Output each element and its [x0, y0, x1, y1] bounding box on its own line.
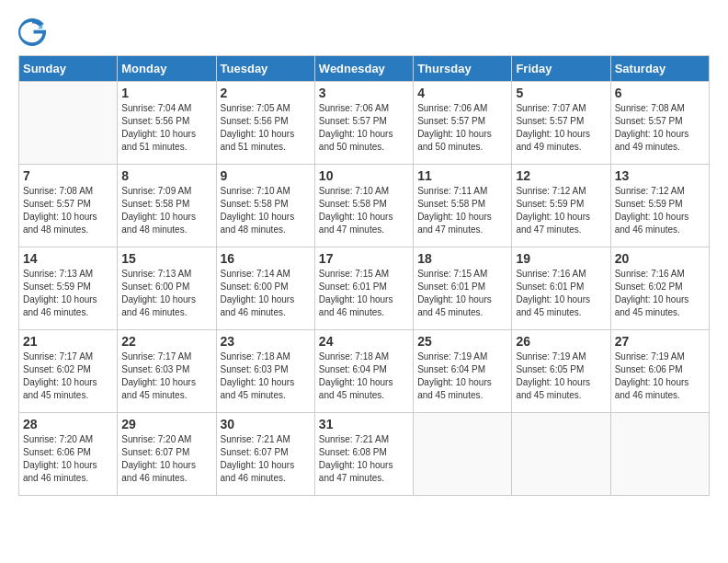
day-info: Sunrise: 7:17 AM Sunset: 6:02 PM Dayligh… — [23, 350, 113, 402]
day-number: 6 — [615, 86, 705, 100]
day-number: 23 — [221, 334, 311, 349]
day-info: Sunrise: 7:14 AM Sunset: 6:00 PM Dayligh… — [221, 268, 311, 319]
day-number: 16 — [221, 251, 311, 266]
calendar-cell: 7Sunrise: 7:08 AM Sunset: 5:57 PM Daylig… — [19, 165, 118, 247]
day-number: 7 — [23, 168, 113, 183]
day-number: 1 — [121, 86, 211, 100]
day-info: Sunrise: 7:20 AM Sunset: 6:07 PM Dayligh… — [121, 433, 211, 485]
day-info: Sunrise: 7:13 AM Sunset: 6:00 PM Dayligh… — [121, 268, 211, 319]
day-header-sunday: Sunday — [19, 56, 118, 82]
day-info: Sunrise: 7:11 AM Sunset: 5:58 PM Dayligh… — [417, 185, 507, 236]
calendar-cell: 16Sunrise: 7:14 AM Sunset: 6:00 PM Dayli… — [216, 247, 314, 330]
day-number: 11 — [417, 168, 507, 183]
calendar-cell: 17Sunrise: 7:15 AM Sunset: 6:01 PM Dayli… — [314, 247, 413, 330]
calendar-cell: 8Sunrise: 7:09 AM Sunset: 5:58 PM Daylig… — [118, 165, 216, 247]
day-info: Sunrise: 7:12 AM Sunset: 5:59 PM Dayligh… — [516, 185, 606, 236]
day-number: 3 — [319, 86, 409, 100]
calendar-cell: 3Sunrise: 7:06 AM Sunset: 5:57 PM Daylig… — [314, 82, 413, 165]
calendar-cell: 15Sunrise: 7:13 AM Sunset: 6:00 PM Dayli… — [118, 247, 216, 330]
day-number: 12 — [516, 168, 606, 183]
calendar-cell: 18Sunrise: 7:15 AM Sunset: 6:01 PM Dayli… — [414, 247, 512, 330]
day-number: 19 — [516, 251, 606, 266]
day-number: 14 — [23, 251, 113, 266]
day-number: 27 — [615, 334, 705, 349]
calendar-cell: 26Sunrise: 7:19 AM Sunset: 6:05 PM Dayli… — [512, 330, 610, 413]
calendar-cell: 23Sunrise: 7:18 AM Sunset: 6:03 PM Dayli… — [216, 330, 314, 413]
calendar-cell: 24Sunrise: 7:18 AM Sunset: 6:04 PM Dayli… — [314, 330, 413, 413]
day-info: Sunrise: 7:06 AM Sunset: 5:57 PM Dayligh… — [417, 102, 507, 154]
day-info: Sunrise: 7:15 AM Sunset: 6:01 PM Dayligh… — [417, 268, 507, 319]
day-info: Sunrise: 7:21 AM Sunset: 6:08 PM Dayligh… — [319, 433, 409, 485]
calendar-cell: 25Sunrise: 7:19 AM Sunset: 6:04 PM Dayli… — [414, 330, 512, 413]
day-number: 15 — [121, 251, 211, 266]
day-number: 21 — [23, 334, 113, 349]
day-info: Sunrise: 7:15 AM Sunset: 6:01 PM Dayligh… — [319, 268, 409, 319]
day-number: 24 — [319, 334, 409, 349]
day-info: Sunrise: 7:05 AM Sunset: 5:56 PM Dayligh… — [221, 102, 311, 154]
calendar-cell: 27Sunrise: 7:19 AM Sunset: 6:06 PM Dayli… — [610, 330, 709, 413]
logo — [18, 18, 48, 46]
calendar-cell: 31Sunrise: 7:21 AM Sunset: 6:08 PM Dayli… — [314, 413, 413, 496]
calendar-cell: 5Sunrise: 7:07 AM Sunset: 5:57 PM Daylig… — [512, 82, 610, 165]
calendar-cell — [414, 413, 512, 496]
day-info: Sunrise: 7:13 AM Sunset: 5:59 PM Dayligh… — [23, 268, 113, 319]
day-info: Sunrise: 7:19 AM Sunset: 6:05 PM Dayligh… — [516, 350, 606, 402]
day-info: Sunrise: 7:07 AM Sunset: 5:57 PM Dayligh… — [516, 102, 606, 154]
day-number: 28 — [23, 417, 113, 431]
day-number: 8 — [121, 168, 211, 183]
calendar-cell: 9Sunrise: 7:10 AM Sunset: 5:58 PM Daylig… — [216, 165, 314, 247]
calendar-cell — [512, 413, 610, 496]
day-info: Sunrise: 7:10 AM Sunset: 5:58 PM Dayligh… — [319, 185, 409, 236]
day-info: Sunrise: 7:08 AM Sunset: 5:57 PM Dayligh… — [615, 102, 705, 154]
day-number: 25 — [417, 334, 507, 349]
day-number: 9 — [221, 168, 311, 183]
calendar-cell — [19, 82, 118, 165]
day-info: Sunrise: 7:09 AM Sunset: 5:58 PM Dayligh… — [121, 185, 211, 236]
day-number: 4 — [417, 86, 507, 100]
calendar-cell: 28Sunrise: 7:20 AM Sunset: 6:06 PM Dayli… — [19, 413, 118, 496]
week-row-3: 21Sunrise: 7:17 AM Sunset: 6:02 PM Dayli… — [19, 330, 710, 413]
calendar-table: SundayMondayTuesdayWednesdayThursdayFrid… — [18, 55, 710, 496]
week-row-4: 28Sunrise: 7:20 AM Sunset: 6:06 PM Dayli… — [19, 413, 710, 496]
calendar-cell: 10Sunrise: 7:10 AM Sunset: 5:58 PM Dayli… — [314, 165, 413, 247]
day-info: Sunrise: 7:21 AM Sunset: 6:07 PM Dayligh… — [221, 433, 311, 485]
calendar-cell: 2Sunrise: 7:05 AM Sunset: 5:56 PM Daylig… — [216, 82, 314, 165]
day-info: Sunrise: 7:12 AM Sunset: 5:59 PM Dayligh… — [615, 185, 705, 236]
calendar-cell: 14Sunrise: 7:13 AM Sunset: 5:59 PM Dayli… — [19, 247, 118, 330]
day-info: Sunrise: 7:18 AM Sunset: 6:03 PM Dayligh… — [221, 350, 311, 402]
calendar-cell: 30Sunrise: 7:21 AM Sunset: 6:07 PM Dayli… — [216, 413, 314, 496]
day-number: 10 — [319, 168, 409, 183]
day-info: Sunrise: 7:08 AM Sunset: 5:57 PM Dayligh… — [23, 185, 113, 236]
day-info: Sunrise: 7:06 AM Sunset: 5:57 PM Dayligh… — [319, 102, 409, 154]
day-number: 30 — [221, 417, 311, 431]
day-info: Sunrise: 7:16 AM Sunset: 6:01 PM Dayligh… — [516, 268, 606, 319]
day-number: 20 — [615, 251, 705, 266]
day-header-wednesday: Wednesday — [314, 56, 413, 82]
calendar-cell: 11Sunrise: 7:11 AM Sunset: 5:58 PM Dayli… — [414, 165, 512, 247]
calendar-cell: 12Sunrise: 7:12 AM Sunset: 5:59 PM Dayli… — [512, 165, 610, 247]
day-info: Sunrise: 7:20 AM Sunset: 6:06 PM Dayligh… — [23, 433, 113, 485]
week-row-2: 14Sunrise: 7:13 AM Sunset: 5:59 PM Dayli… — [19, 247, 710, 330]
calendar-cell: 6Sunrise: 7:08 AM Sunset: 5:57 PM Daylig… — [610, 82, 709, 165]
week-row-1: 7Sunrise: 7:08 AM Sunset: 5:57 PM Daylig… — [19, 165, 710, 247]
day-header-thursday: Thursday — [414, 56, 512, 82]
day-info: Sunrise: 7:10 AM Sunset: 5:58 PM Dayligh… — [221, 185, 311, 236]
calendar-cell: 20Sunrise: 7:16 AM Sunset: 6:02 PM Dayli… — [610, 247, 709, 330]
calendar-cell: 29Sunrise: 7:20 AM Sunset: 6:07 PM Dayli… — [118, 413, 216, 496]
day-info: Sunrise: 7:18 AM Sunset: 6:04 PM Dayligh… — [319, 350, 409, 402]
day-number: 29 — [121, 417, 211, 431]
week-row-0: 1Sunrise: 7:04 AM Sunset: 5:56 PM Daylig… — [19, 82, 710, 165]
day-info: Sunrise: 7:16 AM Sunset: 6:02 PM Dayligh… — [615, 268, 705, 319]
day-header-monday: Monday — [118, 56, 216, 82]
day-number: 31 — [319, 417, 409, 431]
day-number: 18 — [417, 251, 507, 266]
calendar-cell — [610, 413, 709, 496]
calendar-cell: 19Sunrise: 7:16 AM Sunset: 6:01 PM Dayli… — [512, 247, 610, 330]
day-number: 22 — [121, 334, 211, 349]
day-number: 5 — [516, 86, 606, 100]
day-number: 17 — [319, 251, 409, 266]
calendar-cell: 21Sunrise: 7:17 AM Sunset: 6:02 PM Dayli… — [19, 330, 118, 413]
day-header-tuesday: Tuesday — [216, 56, 314, 82]
day-number: 2 — [221, 86, 311, 100]
header — [18, 18, 710, 46]
